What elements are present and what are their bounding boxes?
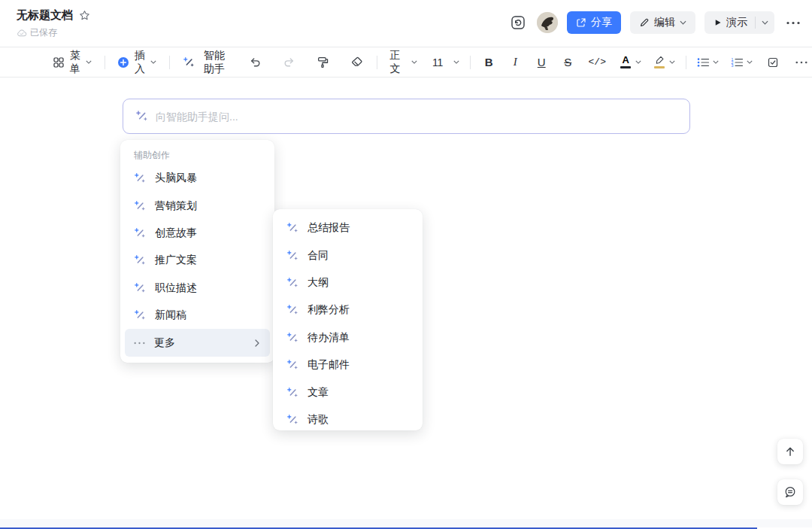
magic-wand-icon: [286, 332, 298, 344]
text-color-button[interactable]: A: [617, 50, 644, 74]
present-button[interactable]: 演示: [704, 11, 774, 34]
magic-wand-icon: [286, 387, 298, 399]
menu-item-label: 推广文案: [155, 254, 274, 267]
share-icon: [576, 17, 586, 28]
feedback-button[interactable]: [777, 479, 803, 505]
toolbar-more-button[interactable]: [791, 57, 812, 68]
bullet-list-button[interactable]: [695, 54, 721, 71]
toolbar: 菜单 插入 智能助手: [0, 47, 812, 78]
submenu-item-pros-cons[interactable]: 利弊分析: [273, 296, 423, 324]
pencil-icon: [639, 17, 650, 28]
document-info: 无标题文档 已保存: [17, 8, 90, 39]
toolbar-divider: [105, 56, 105, 69]
menu-item-press-release[interactable]: 新闻稿: [120, 302, 274, 329]
title-bar: 无标题文档 已保存 分享: [0, 0, 812, 47]
svg-text:3: 3: [731, 63, 733, 68]
submenu-item-article[interactable]: 文章: [273, 379, 423, 406]
ai-assistant-input-box[interactable]: [123, 99, 690, 134]
submenu-item-outline[interactable]: 大纲: [273, 269, 423, 296]
menu-label: 菜单: [69, 49, 81, 76]
menu-item-brainstorm[interactable]: 头脑风暴: [120, 165, 274, 192]
play-icon: [714, 18, 722, 27]
chevron-down-icon: [747, 60, 753, 64]
magic-wand-icon: [134, 282, 146, 294]
present-label: 演示: [726, 16, 747, 29]
user-avatar[interactable]: [537, 12, 558, 33]
menu-item-job-description[interactable]: 职位描述: [120, 275, 274, 302]
chevron-down-icon: [150, 60, 156, 64]
chevron-right-icon: [255, 339, 259, 347]
magic-wand-icon: [286, 222, 298, 234]
header-more-button[interactable]: [783, 18, 803, 28]
submenu-item-todo-list[interactable]: 待办清单: [273, 324, 423, 351]
share-label: 分享: [591, 16, 612, 29]
present-dropdown-chevron-icon[interactable]: [762, 20, 768, 25]
undo-button[interactable]: [244, 52, 266, 72]
submenu-item-summary-report[interactable]: 总结报告: [273, 214, 423, 242]
bottom-strip: [0, 519, 812, 527]
insert-dropdown-button[interactable]: 插入: [113, 45, 161, 80]
magic-wand-icon: [286, 414, 298, 426]
app-window: 无标题文档 已保存 分享: [0, 0, 812, 529]
menu-dropdown-button[interactable]: 菜单: [48, 45, 96, 80]
document-title[interactable]: 无标题文档: [17, 8, 73, 23]
ai-assistant-button[interactable]: 智能助手: [178, 45, 235, 80]
italic-button[interactable]: I: [505, 53, 525, 71]
redo-button[interactable]: [278, 52, 300, 72]
magic-wand-icon: [183, 56, 195, 68]
magic-wand-icon: [286, 277, 298, 289]
menu-item-creative-story[interactable]: 创意故事: [120, 220, 274, 247]
assistant-label: 智能助手: [199, 49, 230, 76]
numbered-list-icon: 123: [731, 57, 744, 68]
grid-menu-icon: [53, 56, 65, 68]
format-painter-button[interactable]: [312, 52, 334, 72]
insert-label: 插入: [134, 49, 146, 76]
toolbar-divider: [169, 56, 170, 69]
font-size-value: 11: [432, 56, 444, 68]
inline-code-button[interactable]: </>: [584, 53, 610, 71]
menu-item-label: 待办清单: [308, 331, 423, 345]
ellipsis-icon: [134, 342, 145, 345]
menu-item-label: 文章: [308, 386, 423, 400]
menu-item-label: 更多: [154, 336, 246, 350]
strikethrough-button[interactable]: S: [558, 53, 577, 71]
chevron-down-icon: [635, 60, 641, 64]
menu-item-label: 电子邮件: [308, 358, 423, 372]
menu-item-label: 职位描述: [155, 281, 274, 295]
chevron-down-icon: [453, 60, 459, 64]
submenu-item-email[interactable]: 电子邮件: [273, 351, 423, 379]
magic-wand-icon: [134, 227, 146, 239]
submenu-item-poetry[interactable]: 诗歌: [273, 406, 423, 433]
toolbar-divider: [377, 56, 377, 69]
chevron-down-icon: [86, 60, 92, 64]
bold-button[interactable]: B: [479, 53, 498, 71]
magic-wand-icon: [134, 200, 146, 212]
paragraph-style-value: 正文: [388, 49, 402, 76]
version-history-button[interactable]: [508, 13, 528, 32]
menu-item-more[interactable]: 更多: [125, 329, 270, 356]
menu-item-promo-copy[interactable]: 推广文案: [120, 247, 274, 274]
menu-item-label: 总结报告: [308, 221, 423, 235]
menu-item-label: 创意故事: [155, 226, 274, 240]
menu-item-marketing-plan[interactable]: 营销策划: [120, 192, 274, 219]
font-size-select[interactable]: 11: [430, 53, 462, 71]
share-button[interactable]: 分享: [567, 11, 621, 34]
ai-assistant-input[interactable]: [156, 111, 677, 123]
paragraph-style-select[interactable]: 正文: [386, 46, 420, 79]
star-icon[interactable]: [79, 10, 90, 21]
text-color-icon: A: [619, 53, 632, 71]
menu-item-label: 诗歌: [308, 413, 423, 427]
checklist-button[interactable]: [762, 53, 783, 72]
plus-circle-icon: [117, 56, 129, 68]
edit-mode-button[interactable]: 编辑: [630, 11, 695, 34]
header-actions: 分享 编辑 演示: [508, 11, 803, 35]
scroll-to-top-button[interactable]: [777, 439, 803, 464]
numbered-list-button[interactable]: 123: [729, 54, 755, 71]
submenu-item-contract[interactable]: 合同: [273, 242, 423, 269]
highlight-color-button[interactable]: [650, 50, 677, 74]
menu-item-label: 利弊分析: [308, 303, 423, 317]
cloud-saved-icon: [17, 28, 27, 38]
clear-format-button[interactable]: [346, 52, 368, 72]
magic-wand-icon: [134, 172, 146, 184]
underline-button[interactable]: U: [532, 53, 551, 71]
